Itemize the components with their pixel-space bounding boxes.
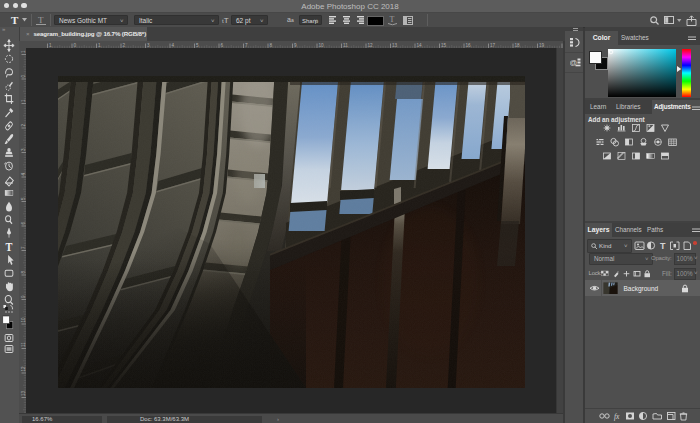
svg-text:10: 10 xyxy=(21,317,26,323)
svg-text:4: 4 xyxy=(21,173,26,176)
svg-text:T: T xyxy=(660,241,666,251)
svg-text:7: 7 xyxy=(21,246,26,249)
svg-text:13: 13 xyxy=(21,390,26,396)
svg-text:fx: fx xyxy=(614,412,620,421)
svg-text:6: 6 xyxy=(21,222,26,225)
svg-text:2: 2 xyxy=(21,124,26,127)
svg-text:1: 1 xyxy=(21,99,26,102)
svg-text:1: 1 xyxy=(21,50,26,53)
svg-text:5: 5 xyxy=(21,197,26,200)
svg-text:T: T xyxy=(6,240,13,253)
svg-text:11: 11 xyxy=(21,342,26,347)
svg-text:T: T xyxy=(390,15,395,24)
svg-text:3: 3 xyxy=(21,148,26,151)
svg-text:8: 8 xyxy=(21,271,26,274)
svg-text:T: T xyxy=(38,15,44,25)
svg-text:9: 9 xyxy=(21,295,26,298)
svg-text:12: 12 xyxy=(21,366,26,372)
svg-text:0: 0 xyxy=(21,75,26,78)
